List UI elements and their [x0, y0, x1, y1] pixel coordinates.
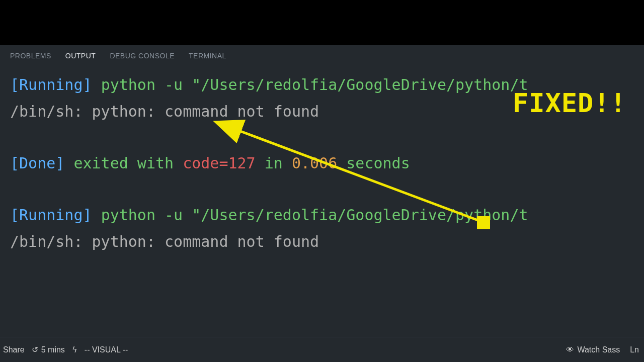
status-vim-mode: -- VISUAL -- — [85, 345, 128, 354]
output-line-running-1: [Running] python -u "/Users/redolfia/Goo… — [10, 72, 634, 98]
output-line-done: [Done] exited with code=127 in 0.006 sec… — [10, 150, 634, 176]
output-text[interactable]: [Running] python -u "/Users/redolfia/Goo… — [0, 67, 644, 255]
status-time-label: 5 mins — [41, 345, 65, 354]
done-pre: exited with — [73, 154, 174, 172]
output-line-running-2: [Running] python -u "/Users/redolfia/Goo… — [10, 202, 634, 228]
status-share[interactable]: Share — [3, 345, 25, 354]
history-icon: ↺ — [32, 345, 38, 354]
command-text: python -u "/Users/redolfia/GoogleDrive/p… — [101, 76, 528, 94]
exit-time: 0.006 — [292, 154, 337, 172]
tag-running: [Running] — [10, 76, 92, 94]
status-bar: Share ↺ 5 mins ϟ -- VISUAL -- 👁 Watch Sa… — [0, 337, 644, 362]
output-panel: PROBLEMS OUTPUT DEBUG CONSOLE TERMINAL [… — [0, 45, 644, 337]
tab-problems[interactable]: PROBLEMS — [10, 52, 51, 60]
output-line-error-2: /bin/sh: python: command not found — [10, 229, 634, 254]
status-line-col[interactable]: Ln — [630, 345, 639, 354]
eye-icon: 👁 — [566, 345, 574, 354]
tab-debug-console[interactable]: DEBUG CONSOLE — [110, 52, 175, 60]
status-watch-label: Watch Sass — [577, 345, 620, 354]
status-watch-sass[interactable]: 👁 Watch Sass — [566, 345, 620, 354]
status-lightning[interactable]: ϟ — [72, 345, 77, 354]
done-post: seconds — [346, 154, 410, 172]
command-text: python -u "/Users/redolfia/GoogleDrive/p… — [101, 206, 528, 224]
exit-code: code=127 — [183, 154, 256, 172]
tab-output[interactable]: OUTPUT — [65, 52, 96, 60]
status-time[interactable]: ↺ 5 mins — [32, 345, 65, 354]
tab-terminal[interactable]: TERMINAL — [189, 52, 226, 60]
tag-done: [Done] — [10, 154, 64, 172]
tag-running: [Running] — [10, 206, 92, 224]
output-line-error-1: /bin/sh: python: command not found — [10, 99, 634, 124]
panel-tab-bar: PROBLEMS OUTPUT DEBUG CONSOLE TERMINAL — [0, 45, 644, 67]
done-in: in — [265, 154, 283, 172]
lightning-icon: ϟ — [72, 345, 77, 354]
